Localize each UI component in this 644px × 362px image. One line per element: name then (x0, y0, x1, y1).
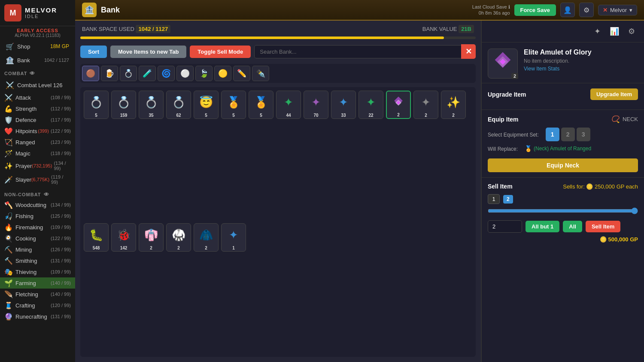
upgrade-item-button[interactable]: Upgrade Item (590, 88, 638, 100)
skill-item-fletching[interactable]: 🪶 Fletching (140 / 99) (0, 289, 75, 300)
topbar-right: Last Cloud Save ℹ 0h 8m 36s ago Force Sa… (472, 3, 637, 17)
skill-item-fishing[interactable]: 🎣 Fishing (125 / 99) (0, 210, 75, 222)
bank-item-16[interactable]: 👘 2 (139, 223, 164, 252)
ranged-icon: 🏹 (4, 138, 12, 146)
item-icon-3: 💍 (171, 94, 186, 110)
bank-item-3[interactable]: 💍 62 (166, 91, 191, 119)
item-view-stats-link[interactable]: View Item Stats (524, 66, 638, 72)
bank-item-8[interactable]: ✦ 70 (304, 91, 328, 119)
crafting-icon: 🧵 (4, 301, 12, 309)
bank-item-2[interactable]: 💍 35 (139, 91, 164, 119)
sell-quantity-input[interactable] (488, 220, 522, 233)
bank-icon: 🏦 (6, 56, 14, 64)
equip-set-3-button[interactable]: 3 (577, 128, 590, 141)
slayer-icon: 🗡️ (4, 176, 12, 183)
item-icon-18: 🧥 (198, 227, 214, 243)
skill-item-prayer[interactable]: ✨ Prayer (732,195) (134 / 99) (0, 159, 75, 173)
logo-icon: M (4, 4, 21, 21)
sort-button[interactable]: Sort (80, 46, 107, 58)
bank-item-5[interactable]: 🏅 5 (221, 91, 246, 119)
sell-title: Sell Item (488, 183, 513, 190)
bank-item-13[interactable]: ✨ 2 (441, 91, 466, 119)
skill-item-magic[interactable]: 🪄 Magic (118 / 99) (0, 148, 75, 159)
bank-tab-7[interactable]: 🟡 (214, 66, 231, 81)
move-button[interactable]: Move Items to new Tab (110, 46, 186, 58)
upgrade-section-header: Upgrade Item Upgrade Item (488, 88, 638, 100)
bank-item-18[interactable]: 🧥 2 (194, 223, 219, 252)
bank-tab-4[interactable]: 🌀 (158, 66, 175, 81)
chart-icon-button[interactable]: 📊 (608, 25, 621, 38)
sell-qty-max-button[interactable]: 2 (503, 195, 513, 204)
settings-icon-button[interactable]: ⚙ (579, 3, 594, 17)
combat-eye-icon[interactable]: 👁 (30, 70, 35, 76)
info-icon: ℹ (508, 4, 510, 9)
search-clear-button[interactable]: ✕ (461, 44, 476, 59)
skill-item-cooking[interactable]: 🍳 Cooking (122 / 99) (0, 233, 75, 244)
skill-item-hitpoints[interactable]: ❤️ Hitpoints (399) (122 / 99) (0, 125, 75, 137)
equip-slot-label: NECK (623, 116, 638, 122)
equip-set-2-button[interactable]: 2 (561, 128, 575, 141)
skill-item-strength[interactable]: 💪 Strength (112 / 99) (0, 103, 75, 114)
bank-tab-2[interactable]: 💍 (120, 66, 137, 81)
force-save-button[interactable]: Force Save (514, 4, 556, 16)
skill-item-thieving[interactable]: 🎭 Thieving (109 / 99) (0, 266, 75, 277)
bank-space-value: 1042 / 1127 (136, 25, 170, 33)
sell-item-button[interactable]: Sell Item (586, 221, 620, 232)
skill-item-mining[interactable]: ⛏️ Mining (126 / 99) (0, 244, 75, 255)
user-menu-button[interactable]: ✕ Melvor ▾ (598, 5, 637, 15)
bank-tab-8[interactable]: ✏️ (233, 66, 250, 81)
sell-all-but-1-button[interactable]: All but 1 (526, 221, 559, 232)
toggle-sell-mode-button[interactable]: Toggle Sell Mode (190, 46, 251, 58)
combat-level-label: Combat Level 126 (17, 82, 63, 88)
bank-item-17[interactable]: 🥋 2 (166, 223, 191, 252)
sell-all-button[interactable]: All (563, 221, 582, 232)
bank-item-11[interactable]: 2 (386, 91, 411, 119)
sidebar-item-bank[interactable]: 🏦 Bank 1042 / 1127 (2, 54, 73, 67)
bank-tab-0[interactable]: 🟤 (82, 66, 99, 81)
equip-slot: 📿 NECK (611, 115, 638, 123)
item-icon-15: 🐞 (116, 227, 131, 243)
bank-item-0[interactable]: 💍 5 (84, 91, 109, 119)
bank-tab-9[interactable]: ✒️ (252, 66, 269, 81)
item-qty-13: 2 (452, 113, 455, 118)
bank-item-10[interactable]: ✦ 22 (358, 91, 383, 119)
item-icon-9: ✦ (336, 94, 351, 110)
bank-item-6[interactable]: 🏅 5 (249, 91, 273, 119)
skill-item-smithing[interactable]: 🔨 Smithing (131 / 99) (0, 255, 75, 266)
gear-icon-button[interactable]: ⚙ (625, 25, 638, 38)
search-input[interactable] (254, 45, 463, 58)
equip-set-1-button[interactable]: 1 (546, 128, 559, 141)
equip-neck-button[interactable]: Equip Neck (488, 158, 638, 172)
skill-item-ranged[interactable]: 🏹 Ranged (123 / 99) (0, 137, 75, 148)
noncombat-eye-icon[interactable]: 👁 (44, 192, 49, 198)
skill-item-slayer[interactable]: 🗡️ Slayer (6,775K) (119 / 99) (0, 173, 75, 186)
skill-item-attack[interactable]: ⚔️ Attack (108 / 99) (0, 92, 75, 103)
bank-tab-6[interactable]: 🍃 (195, 66, 213, 81)
bank-item-14[interactable]: 🐛 548 (84, 223, 109, 252)
sell-quantity-slider[interactable] (488, 207, 638, 214)
bank-item-9[interactable]: ✦ 33 (331, 91, 356, 119)
bank-item-15[interactable]: 🐞 142 (111, 223, 136, 252)
bank-item-1[interactable]: 💍 159 (111, 91, 136, 119)
bank-item-4[interactable]: 😇 5 (194, 91, 219, 119)
skill-item-crafting[interactable]: 🧵 Crafting (120 / 99) (0, 300, 75, 311)
bank-count: 1042 / 1127 (44, 58, 69, 63)
sell-total-value: 500,000 GP (608, 236, 638, 243)
skill-item-woodcutting[interactable]: 🪓 Woodcutting (134 / 99) (0, 199, 75, 210)
sparkle-icon-button[interactable]: ✦ (591, 25, 604, 38)
equip-section: Equip Item 📿 NECK Select Equipment Set: … (482, 110, 644, 178)
magic-icon: 🪄 (4, 149, 12, 157)
skill-item-runecrafting[interactable]: 🔮 Runecrafting (131 / 99) (0, 311, 75, 322)
bank-tab-1[interactable]: 🍺 (101, 66, 118, 81)
skill-item-farming[interactable]: 🌱 Farming (140 / 99) (0, 277, 75, 289)
notification-icon-button[interactable]: 👤 (560, 3, 575, 17)
bank-item-19[interactable]: ✦ 1 (221, 223, 246, 252)
bank-item-7[interactable]: ✦ 44 (276, 91, 301, 119)
skill-item-firemaking[interactable]: 🔥 Firemaking (109 / 99) (0, 222, 75, 233)
skill-item-defence[interactable]: 🛡️ Defence (117 / 99) (0, 114, 75, 125)
sidebar-item-shop[interactable]: 🛒 Shop 18M GP (2, 40, 73, 53)
bank-tabs: 🟤 🍺 💍 🧪 🌀 ⚪ 🍃 🟡 ✏️ ✒️ (80, 64, 476, 83)
bank-tab-3[interactable]: 🧪 (139, 66, 156, 81)
bank-item-12[interactable]: ✦ 2 (413, 91, 438, 119)
bank-tab-5[interactable]: ⚪ (176, 66, 194, 81)
